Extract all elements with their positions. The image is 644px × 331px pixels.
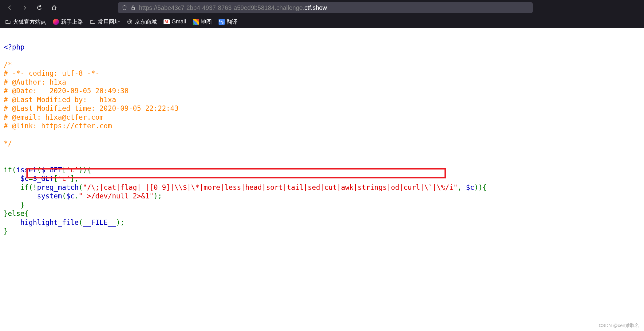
browser-toolbar: https://5abe43c7-2bb4-4937-8763-a59ed9b5… (0, 0, 644, 15)
home-button[interactable] (48, 2, 60, 14)
reload-icon (36, 5, 42, 11)
home-icon (51, 5, 57, 11)
bookmark-gmail[interactable]: Gmail (164, 18, 186, 25)
bookmark-label: Gmail (172, 18, 186, 25)
bookmark-label: 地图 (201, 18, 212, 26)
bookmark-firefox-official[interactable]: 火狐官方站点 (5, 18, 46, 26)
bookmark-common-sites[interactable]: 常用网址 (90, 18, 120, 26)
svg-rect-0 (132, 7, 135, 10)
bookmark-jd[interactable]: 京东商城 (127, 18, 157, 26)
address-bar[interactable]: https://5abe43c7-2bb4-4937-8763-a59ed9b5… (118, 2, 533, 13)
bookmark-label: 京东商城 (135, 18, 157, 26)
lock-icon (130, 5, 136, 10)
folder-icon (90, 19, 96, 25)
maps-icon (193, 19, 199, 25)
bookmark-label: 新手上路 (61, 18, 83, 26)
forward-button[interactable] (18, 2, 31, 14)
gmail-icon (164, 19, 170, 25)
back-button[interactable] (4, 2, 16, 14)
bookmark-translate[interactable]: 翻译 (219, 18, 238, 26)
regex-pattern: "/\;|cat|flag| |[0-9]|\\$|\*|more|less|h… (83, 183, 457, 191)
globe-icon (127, 19, 133, 25)
bookmark-label: 翻译 (227, 18, 238, 26)
bookmark-label: 火狐官方站点 (13, 18, 46, 26)
bookmark-getting-started[interactable]: 新手上路 (53, 18, 83, 26)
arrow-left-icon (7, 5, 13, 11)
bookmark-maps[interactable]: 地图 (193, 18, 212, 26)
page-content: <?php /* # -*- coding: utf-8 -*- # @Auth… (0, 28, 644, 250)
translate-icon (219, 19, 225, 25)
shield-icon (122, 5, 127, 10)
php-open-tag: <?php (4, 43, 25, 51)
folder-icon (5, 19, 11, 25)
bookmark-label: 常用网址 (98, 18, 120, 26)
url-text: https://5abe43c7-2bb4-4937-8763-a59ed9b5… (139, 4, 327, 11)
arrow-right-icon (22, 5, 28, 11)
reload-button[interactable] (33, 2, 45, 14)
code-line: if( (4, 166, 16, 174)
watermark: CSDN @cen难取名 (599, 323, 639, 329)
bookmarks-bar: 火狐官方站点 新手上路 常用网址 京东商城 Gmail 地图 翻译 (0, 15, 644, 28)
comment-block: /* # -*- coding: utf-8 -*- # @Author: h1… (4, 61, 179, 148)
firefox-icon (53, 19, 59, 25)
